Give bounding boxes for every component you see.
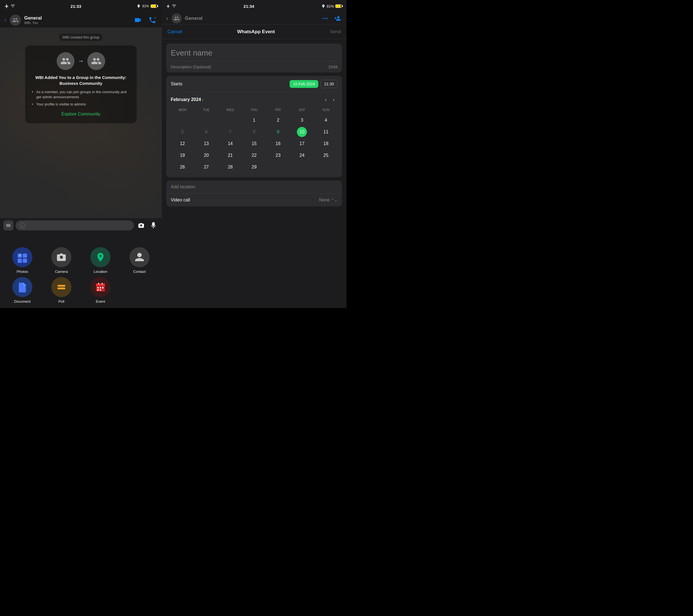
cal-day-11[interactable]: 11 xyxy=(321,127,331,137)
cancel-button[interactable]: Cancel xyxy=(167,29,182,35)
cal-day-22[interactable]: 22 xyxy=(249,151,259,160)
cal-day-14[interactable]: 14 xyxy=(225,139,235,149)
chat-area: WBI created this group → WBI Added You t… xyxy=(0,28,162,218)
svg-rect-25 xyxy=(102,283,103,284)
sticker-icon xyxy=(20,222,26,228)
location-icon-bg xyxy=(91,247,111,267)
event-header-bar: Cancel WhatsApp Event Send xyxy=(162,24,346,39)
community-bullet-1: As a member, you can join groups in the … xyxy=(32,90,130,100)
left-time: 21:33 xyxy=(71,4,81,9)
cal-day-4[interactable]: 4 xyxy=(321,115,331,125)
day-header-sat: SAT xyxy=(291,107,314,114)
prev-month-button[interactable]: ‹ xyxy=(322,96,330,103)
next-month-button[interactable]: › xyxy=(330,96,338,103)
cal-day-20[interactable]: 20 xyxy=(201,151,212,160)
cal-day-17[interactable]: 17 xyxy=(297,139,307,149)
text-input-box[interactable] xyxy=(16,220,134,231)
event-name-section: Event name Description (Optional) 2048 xyxy=(166,43,342,73)
cal-day-21[interactable]: 21 xyxy=(225,151,235,160)
left-battery-text: 81% xyxy=(142,4,149,8)
attach-location[interactable]: Location xyxy=(83,247,118,274)
community-icon-right xyxy=(87,52,105,70)
event-name-placeholder[interactable]: Event name xyxy=(171,48,338,61)
month-expand-icon[interactable]: › xyxy=(202,97,204,102)
cal-day-16[interactable]: 16 xyxy=(273,139,283,149)
start-time-badge[interactable]: 21:30 xyxy=(320,80,338,88)
call-button[interactable] xyxy=(147,15,157,25)
svg-rect-30 xyxy=(100,289,101,291)
sticker-button[interactable] xyxy=(18,221,27,230)
cal-day-7[interactable]: 7 xyxy=(225,127,235,137)
svg-rect-28 xyxy=(102,287,103,289)
right-chat-title: General xyxy=(185,16,317,21)
photos-icon xyxy=(17,252,28,263)
camera-button[interactable] xyxy=(136,220,146,231)
left-status-bar: 21:33 81% xyxy=(0,0,162,12)
contact-icon-bg xyxy=(130,247,150,267)
right-airplane-icon xyxy=(166,4,170,8)
cal-day-9[interactable]: 9 xyxy=(273,127,283,137)
video-call-row[interactable]: Video call None ⌃⌄ xyxy=(166,193,342,206)
camera-icon xyxy=(138,222,144,229)
event-icon-bg xyxy=(91,277,111,297)
cal-day-5[interactable]: 5 xyxy=(177,127,187,137)
attach-poll[interactable]: Poll xyxy=(43,277,79,303)
cal-day-19[interactable]: 19 xyxy=(177,151,187,160)
cal-day-empty-4 xyxy=(273,162,283,172)
airplane-icon xyxy=(4,4,9,8)
right-nav-actions xyxy=(321,14,342,23)
day-header-mon: MON xyxy=(171,107,194,114)
attach-camera[interactable]: Camera xyxy=(43,247,79,274)
video-call-value: None xyxy=(319,198,330,202)
svg-rect-18 xyxy=(23,259,27,263)
cal-day-28[interactable]: 28 xyxy=(225,162,235,172)
svg-rect-29 xyxy=(97,289,99,291)
attach-photos[interactable]: Photos xyxy=(4,247,40,274)
location-pin-icon xyxy=(95,252,106,262)
cal-day-6[interactable]: 6 xyxy=(201,127,212,137)
send-button[interactable]: Send xyxy=(330,29,341,35)
cal-day-27[interactable]: 27 xyxy=(201,162,212,172)
cal-day-24[interactable]: 24 xyxy=(297,151,307,160)
video-call-chevron: ⌃⌄ xyxy=(331,198,338,202)
attach-document[interactable]: Document xyxy=(4,277,40,303)
cal-day-13[interactable]: 13 xyxy=(201,139,212,149)
description-count: 2048 xyxy=(329,64,338,69)
description-placeholder[interactable]: Description (Optional) xyxy=(171,64,211,69)
right-add-member-button[interactable] xyxy=(333,14,342,23)
cal-day-3[interactable]: 3 xyxy=(297,115,307,125)
svg-point-10 xyxy=(20,223,25,228)
cal-day-12[interactable]: 12 xyxy=(177,139,187,149)
contact-icon xyxy=(134,252,145,262)
community-title: WBI Added You to a Group in the Communit… xyxy=(32,75,130,86)
cal-day-18[interactable]: 18 xyxy=(321,139,331,149)
mic-button[interactable] xyxy=(148,220,158,231)
poll-icon-bg xyxy=(51,277,72,297)
right-back-button[interactable]: ‹ xyxy=(166,15,168,21)
cal-day-23[interactable]: 23 xyxy=(273,151,283,160)
back-button[interactable]: ‹ xyxy=(4,17,6,23)
attach-event[interactable]: Event xyxy=(83,277,118,303)
cal-day-empty-6 xyxy=(321,162,331,172)
cal-day-1[interactable]: 1 xyxy=(249,115,259,125)
cal-day-2[interactable]: 2 xyxy=(273,115,283,125)
svg-rect-21 xyxy=(58,287,65,289)
cal-day-26[interactable]: 26 xyxy=(177,162,187,172)
input-row xyxy=(3,220,158,231)
event-body: Event name Description (Optional) 2048 S… xyxy=(162,39,346,308)
video-call-button[interactable] xyxy=(133,15,143,25)
right-more-button[interactable] xyxy=(321,14,330,23)
cal-day-29[interactable]: 29 xyxy=(249,162,259,172)
location-label: Location xyxy=(94,270,107,274)
cal-day-25[interactable]: 25 xyxy=(321,151,331,160)
keyboard-button[interactable] xyxy=(3,220,13,231)
explore-community-button[interactable]: Explore Community xyxy=(32,112,130,117)
left-nav-bar: ‹ General WBI, You xyxy=(0,12,162,28)
add-location-row[interactable]: Add location xyxy=(166,180,342,193)
start-date-badge[interactable]: 10 Feb 2024 xyxy=(290,80,318,88)
cal-day-10[interactable]: 10 xyxy=(297,127,307,137)
attach-contact[interactable]: Contact xyxy=(122,247,157,274)
community-bullet-2: Your profile is visible to admins xyxy=(32,102,130,107)
cal-day-8[interactable]: 8 xyxy=(249,127,259,137)
cal-day-15[interactable]: 15 xyxy=(249,139,259,149)
